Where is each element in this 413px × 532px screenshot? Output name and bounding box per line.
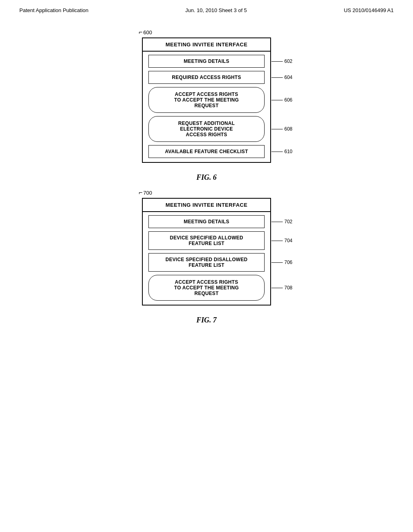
fig7-ref-704: 704 bbox=[271, 238, 292, 243]
fig7-ref-708: 708 bbox=[271, 285, 292, 291]
fig7-row-708-wrapper: ACCEPT ACCESS RIGHTSTO ACCEPT THE MEETIN… bbox=[143, 275, 270, 301]
fig6-row-608: REQUEST ADDITIONALELECTRONIC DEVICEACCES… bbox=[148, 116, 265, 142]
fig7-row-702: MEETING DETAILS bbox=[148, 215, 265, 228]
fig6-row-602: MEETING DETAILS bbox=[148, 55, 265, 68]
fig7-caption: FIG. 7 bbox=[196, 316, 217, 324]
fig7-row-704: DEVICE SPECIFIED ALLOWEDFEATURE LIST bbox=[148, 231, 265, 250]
fig6-row-604: REQUIRED ACCESS RIGHTS bbox=[148, 71, 265, 84]
fig6-title: MEETING INVITEE INTERFACE bbox=[143, 38, 270, 52]
fig7-row-706: DEVICE SPECIFIED DISALLOWEDFEATURE LIST bbox=[148, 253, 265, 272]
fig7-row-706-wrapper: DEVICE SPECIFIED DISALLOWEDFEATURE LIST … bbox=[143, 253, 270, 272]
fig6-row-602-wrapper: MEETING DETAILS 602 bbox=[143, 55, 270, 68]
fig6-id: 600 bbox=[139, 29, 152, 36]
fig7-row-702-wrapper: MEETING DETAILS 702 bbox=[143, 215, 270, 228]
fig7-row-704-wrapper: DEVICE SPECIFIED ALLOWEDFEATURE LIST 704 bbox=[143, 231, 270, 250]
fig7-ref-702: 702 bbox=[271, 219, 292, 224]
fig7-container: 700 MEETING INVITEE INTERFACE MEETING DE… bbox=[142, 198, 271, 305]
fig7-ref-706: 706 bbox=[271, 260, 292, 265]
fig6-ref-608: 608 bbox=[271, 126, 292, 132]
patent-header: Patent Application Publication Jun. 10, … bbox=[0, 0, 413, 17]
fig6-ref-606: 606 bbox=[271, 97, 292, 103]
fig6-ref-602: 602 bbox=[271, 58, 292, 64]
header-left: Patent Application Publication bbox=[19, 7, 88, 13]
header-center: Jun. 10, 2010 Sheet 3 of 5 bbox=[186, 7, 247, 13]
fig6-caption: FIG. 6 bbox=[196, 173, 217, 182]
fig6-container: 600 MEETING INVITEE INTERFACE MEETING DE… bbox=[142, 37, 271, 163]
fig6-row-606-wrapper: ACCEPT ACCESS RIGHTSTO ACCEPT THE MEETIN… bbox=[143, 87, 270, 113]
fig6-row-608-wrapper: REQUEST ADDITIONALELECTRONIC DEVICEACCES… bbox=[143, 116, 270, 142]
fig6-row-604-wrapper: REQUIRED ACCESS RIGHTS 604 bbox=[143, 71, 270, 84]
fig7-row-708: ACCEPT ACCESS RIGHTSTO ACCEPT THE MEETIN… bbox=[148, 275, 265, 301]
fig6-box: MEETING INVITEE INTERFACE MEETING DETAIL… bbox=[142, 37, 271, 163]
header-right: US 2010/0146499 A1 bbox=[344, 7, 394, 13]
fig6-ref-610: 610 bbox=[271, 149, 292, 154]
fig7-title: MEETING INVITEE INTERFACE bbox=[143, 199, 270, 212]
fig6-ref-604: 604 bbox=[271, 75, 292, 80]
fig6-row-606: ACCEPT ACCESS RIGHTSTO ACCEPT THE MEETIN… bbox=[148, 87, 265, 113]
fig7-id: 700 bbox=[139, 189, 152, 196]
content-area: 600 MEETING INVITEE INTERFACE MEETING DE… bbox=[0, 17, 413, 345]
fig6-row-610-wrapper: AVAILABLE FEATURE CHECKLIST 610 bbox=[143, 145, 270, 158]
fig7-box: MEETING INVITEE INTERFACE MEETING DETAIL… bbox=[142, 198, 271, 305]
fig6-row-610: AVAILABLE FEATURE CHECKLIST bbox=[148, 145, 265, 158]
